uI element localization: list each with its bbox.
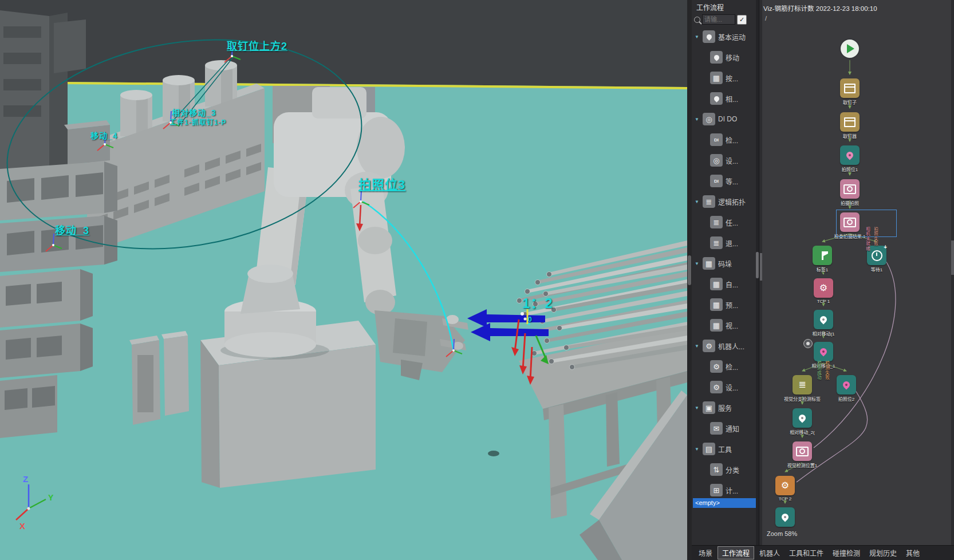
breadcrumb[interactable]: / bbox=[765, 15, 767, 22]
library-item[interactable]: ▦预... bbox=[692, 294, 756, 315]
camera-glyph bbox=[796, 447, 809, 456]
library-group-label: 工具 bbox=[718, 444, 732, 454]
library-group[interactable]: ▼≣逻辑拓扑 bbox=[692, 191, 756, 212]
library-scrollbar[interactable] bbox=[756, 0, 759, 545]
3d-viewport[interactable]: Z Y X 取钉位上方2相对移动_3工件1-抓取钉1-P移动_4移动_3拍照位3… bbox=[0, 0, 687, 560]
calc-icon: ⊞ bbox=[710, 484, 723, 496]
waypoint-label: 取钉位上方2 bbox=[227, 41, 287, 52]
pallet-icon: ▦ bbox=[710, 298, 723, 311]
library-item[interactable]: DI检... bbox=[692, 129, 756, 150]
axis-z-label: Z bbox=[23, 474, 28, 484]
graph-nodes-layer: 取钉子取钉器拍照位1拍摄拍照检查拍摄结果 1标签1+等待1⚙TCP 1相对移动(… bbox=[760, 0, 954, 545]
pin-shape bbox=[705, 33, 713, 41]
status-tab[interactable]: 其他 bbox=[902, 547, 924, 559]
library-item[interactable]: ≣任... bbox=[692, 212, 756, 232]
scrollbar-thumb[interactable] bbox=[760, 253, 762, 281]
viewport-scrollbar[interactable] bbox=[687, 0, 692, 560]
status-tab[interactable]: 机器人 bbox=[755, 547, 784, 559]
workflow-node[interactable]: 标签1 bbox=[797, 246, 848, 273]
robot-icon: ⚙ bbox=[703, 340, 715, 352]
library-item[interactable]: 相... bbox=[692, 88, 756, 109]
filter-checkbox[interactable] bbox=[737, 15, 747, 25]
search-input[interactable] bbox=[702, 14, 735, 25]
collapse-arrow-icon[interactable]: ▼ bbox=[695, 34, 700, 40]
library-item[interactable]: ▦自... bbox=[692, 274, 756, 294]
library-item[interactable]: ⊞计... bbox=[692, 480, 756, 500]
status-tab[interactable]: 工作流程 bbox=[718, 546, 754, 559]
library-item[interactable]: ≣退... bbox=[692, 232, 756, 253]
library-item-label: 分类 bbox=[726, 465, 739, 475]
waypoint-label: 相对移动_3 bbox=[172, 109, 216, 117]
edge-label: 检测成功 bbox=[817, 361, 821, 380]
status-tab[interactable]: 规划历史 bbox=[865, 547, 901, 559]
library-item[interactable]: ⚙检... bbox=[692, 356, 756, 377]
library-item[interactable]: ⇅分类 bbox=[692, 459, 756, 480]
workflow-node[interactable]: ⚙TCP 1 bbox=[798, 278, 849, 304]
library-group[interactable]: ▼▣服务 bbox=[692, 397, 756, 418]
gear-glyph: ⚙ bbox=[819, 283, 827, 293]
workflow-node[interactable]: ⚙TCP 2 bbox=[760, 476, 811, 502]
workflow-node[interactable]: 取钉器 bbox=[824, 112, 876, 139]
library-group[interactable]: ▼⚙机器人... bbox=[692, 336, 756, 356]
di-icon: DI bbox=[710, 175, 723, 187]
node-label: 视觉分支检测标签 bbox=[784, 396, 821, 402]
workflow-title: Viz-钢筋打标计数 2022-12-23 18:00:10 bbox=[763, 3, 877, 13]
grid-icon: ▦ bbox=[710, 72, 723, 84]
waypoint-label: 移动_4 bbox=[90, 132, 118, 140]
node-badge[interactable] bbox=[803, 339, 813, 348]
node-icon bbox=[840, 179, 860, 199]
status-tab[interactable]: 工具和工件 bbox=[785, 547, 827, 559]
workflow-node[interactable]: 视觉检测位置1 bbox=[776, 441, 828, 468]
clock-glyph bbox=[872, 250, 882, 261]
library-item-label: 计... bbox=[726, 486, 738, 495]
workflow-node[interactable]: 相对移动_2( bbox=[776, 408, 828, 435]
edge-label: 拍照失败 bbox=[873, 227, 878, 246]
node-label: 取钉子 bbox=[843, 99, 857, 105]
workflow-node[interactable]: 拍摄拍照 bbox=[824, 179, 876, 206]
scrollbar-thumb[interactable] bbox=[951, 240, 954, 275]
collapse-arrow-icon[interactable]: ▼ bbox=[695, 261, 700, 266]
workflow-node[interactable]: 取钉子 bbox=[824, 78, 876, 105]
library-item[interactable]: ◎设... bbox=[692, 150, 756, 171]
library-item[interactable]: ▦按... bbox=[692, 68, 756, 88]
collapse-arrow-icon[interactable]: ▼ bbox=[695, 117, 700, 122]
library-group[interactable]: ▼基本运动 bbox=[692, 26, 756, 47]
graph-scrollbar-right[interactable] bbox=[951, 0, 954, 545]
pin-icon bbox=[703, 30, 715, 43]
collapse-arrow-icon[interactable]: ▼ bbox=[695, 199, 700, 204]
workflow-node[interactable]: 相对移动(1 bbox=[798, 310, 849, 337]
status-tab[interactable]: 场景 bbox=[695, 547, 716, 559]
collapse-arrow-icon[interactable]: ▼ bbox=[695, 344, 700, 349]
empty-slot[interactable]: <empty> bbox=[693, 498, 757, 508]
node-icon: ≣ bbox=[793, 375, 812, 395]
run-workflow-button[interactable] bbox=[839, 38, 860, 59]
flag-glyph bbox=[822, 251, 823, 260]
library-group[interactable]: ▼▦码垛 bbox=[692, 253, 756, 274]
library-group[interactable]: ▼◎DI DO bbox=[692, 109, 756, 129]
node-icon bbox=[793, 441, 812, 461]
library-group[interactable]: ▼▤工具 bbox=[692, 439, 756, 459]
collapse-arrow-icon[interactable]: ▼ bbox=[695, 405, 700, 411]
collapse-arrow-icon[interactable]: ▼ bbox=[695, 447, 700, 452]
layers-icon: ≣ bbox=[710, 216, 723, 228]
graph-scrollbar-left[interactable] bbox=[760, 0, 762, 545]
workflow-node[interactable] bbox=[760, 507, 811, 528]
workflow-graph-panel[interactable]: 取钉子取钉器拍照位1拍摄拍照检查拍摄结果 1标签1+等待1⚙TCP 1相对移动(… bbox=[760, 0, 954, 545]
workflow-node[interactable]: 拍照位1 bbox=[824, 145, 876, 172]
library-item-label: 设... bbox=[726, 156, 738, 165]
library-item[interactable]: 移动 bbox=[692, 47, 756, 68]
library-item[interactable]: ⚙设... bbox=[692, 377, 756, 397]
scrollbar-thumb[interactable] bbox=[688, 255, 691, 285]
library-item[interactable]: ✉通知 bbox=[692, 418, 756, 439]
library-search-row bbox=[692, 13, 759, 26]
node-label: 相对移动_1 bbox=[812, 362, 835, 369]
status-tab[interactable]: 碰撞检测 bbox=[829, 547, 864, 559]
pallet-boxes[interactable] bbox=[129, 331, 189, 425]
library-item-label: 任... bbox=[726, 218, 738, 227]
pallet-icon: ▦ bbox=[703, 257, 715, 270]
scrollbar-thumb[interactable] bbox=[756, 252, 759, 278]
axis-x-label: X bbox=[19, 521, 25, 531]
workflow-node[interactable]: +等待1 bbox=[851, 246, 902, 273]
library-item[interactable]: DI等... bbox=[692, 171, 756, 191]
library-item[interactable]: ▦视... bbox=[692, 315, 756, 336]
